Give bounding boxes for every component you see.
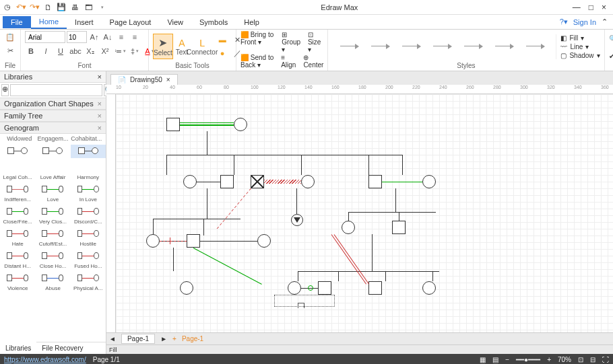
style-arrow-3[interactable] [402,42,421,50]
select-tool-button[interactable]: ➤Select [153,34,173,59]
stencil-shape[interactable]: Indifferen... [0,183,35,203]
page-add-icon[interactable]: + [172,335,176,342]
stencil-shape[interactable]: Hate [0,227,35,247]
connector-tool-button[interactable]: ᒪConnector [191,34,214,59]
zoom-slider[interactable]: ━━●━━━ [516,356,540,363]
fit-width-icon[interactable]: ⊟ [590,356,595,363]
shape-rect-icon[interactable]: ▬ [216,34,228,46]
stencil-shape[interactable]: Very Clos... [35,205,70,225]
tab-file-recovery[interactable]: File Recovery [36,342,88,354]
library-search-input[interactable] [10,84,102,96]
style-arrow-4[interactable] [433,42,452,50]
file-menu-button[interactable]: File [3,16,31,28]
stencil-shape[interactable]: Fused Ho... [71,250,106,269]
undo-icon[interactable]: ↶▾ [16,3,26,12]
view-mode-2[interactable]: ▤ [492,356,498,363]
stencil-shape[interactable]: Distant H... [0,250,35,269]
font-size-input[interactable] [67,31,87,43]
stencil-shape[interactable]: Discord/C... [71,205,106,225]
stencil-shape[interactable] [71,145,106,158]
superscript-icon[interactable]: X² [99,45,111,57]
italic-icon[interactable]: I [40,45,52,57]
group-button[interactable]: ⊞ Group ▾ [282,31,301,53]
stencil-shape[interactable] [0,145,35,158]
drawing-canvas[interactable] [116,94,613,332]
tab-libraries[interactable]: Libraries [0,342,36,354]
ribbon-collapse-icon[interactable]: ⌃ [602,17,608,26]
tab-view[interactable]: View [159,16,191,28]
stencil-family-tree[interactable]: Family Tree× [0,110,106,122]
page-nav-next[interactable]: ► [160,335,167,342]
stencil-shape[interactable] [35,145,70,158]
linespacing-icon[interactable]: ‡ [129,45,141,57]
page-tab-2[interactable]: Page-1 [182,335,203,342]
stencil-shape[interactable]: Cutoff/Est... [35,227,70,247]
subscript-icon[interactable]: X₂ [84,45,96,57]
style-arrow-5[interactable] [464,42,483,50]
line-button[interactable]: 〰 Line ▾ [560,43,600,50]
stencil-add-icon[interactable]: ⊕ [1,84,9,96]
fit-page-icon[interactable]: ⊡ [578,356,583,363]
save-icon[interactable]: 💾 [57,3,66,12]
size-button[interactable]: ⊡ Size ▾ [308,31,323,53]
cut-icon[interactable]: ✂ [4,44,16,57]
style-arrow-1[interactable] [340,42,359,50]
shape-circle-icon[interactable]: ● [216,47,228,59]
bold-icon[interactable]: B [25,45,37,57]
fill-button[interactable]: ◧ Fill ▾ [560,34,600,42]
font-shrink-icon[interactable]: A↓ [102,31,114,43]
spell-check-button[interactable]: ✔ Spelling Check [609,48,613,63]
tab-page-layout[interactable]: Page Layout [102,16,160,28]
style-arrow-6[interactable] [495,42,514,50]
page-nav-prev[interactable]: ◄ [109,335,116,342]
minimize-button[interactable]: — [573,3,581,12]
stencil-shape[interactable]: Close Ho... [35,250,70,269]
font-grow-icon[interactable]: A↑ [88,31,100,43]
stencil-org-chart[interactable]: Organization Chart Shapes× [0,98,106,110]
status-url[interactable]: https://www.edrawsoft.com/ [4,356,86,363]
underline-icon[interactable]: U [55,45,67,57]
paste-icon[interactable]: 📋 [4,31,16,43]
style-arrow-2[interactable] [371,42,390,50]
stencil-shape[interactable]: In Love [71,183,106,203]
signin-link[interactable]: Sign In [573,18,596,26]
bring-front-button[interactable]: 🟧 Bring to Front ▾ [240,31,275,53]
stencil-shape[interactable]: Harmony [71,161,106,180]
zoom-out-icon[interactable]: − [505,356,509,363]
tab-symbols[interactable]: Symbols [191,16,236,28]
maximize-button[interactable]: □ [589,3,593,12]
view-mode-1[interactable]: ▦ [480,356,486,363]
page-tab-1[interactable]: Page-1 [121,334,155,344]
stencil-shape[interactable]: Love Affair [35,161,70,180]
fullscreen-icon[interactable]: ⛶ [602,356,609,363]
document-tab[interactable]: 📄 Drawing50 × [110,74,178,85]
new-icon[interactable]: 🗋 [43,3,53,12]
tab-help[interactable]: Help [236,16,267,28]
help-icon[interactable]: ?▾ [560,17,568,26]
font-name-input[interactable] [25,31,65,43]
stencil-shape[interactable]: Close/Frie... [0,205,35,225]
stencil-shape[interactable]: Legal Coh... [0,161,35,180]
print-icon[interactable]: 🖶 [70,3,79,12]
stencil-genogram[interactable]: Genogram× [0,122,106,134]
close-button[interactable]: × [602,3,606,12]
shadow-button[interactable]: ▢ Shadow ▾ [560,52,600,59]
strike-icon[interactable]: abc [69,45,82,57]
style-arrow-7[interactable] [526,42,545,50]
zoom-in-icon[interactable]: + [547,356,551,363]
bullets-icon[interactable]: ≔ [114,45,126,57]
tab-close-icon[interactable]: × [166,76,170,83]
stencil-shape[interactable]: Abuse [35,272,70,291]
qat-more-icon[interactable] [97,3,106,12]
find-replace-button[interactable]: 🔍 Find & Replace [609,31,613,46]
connector-styles-gallery[interactable] [332,42,553,50]
preview-icon[interactable]: 🗔 [84,3,93,12]
redo-icon[interactable]: ↷▾ [30,3,39,12]
tab-home[interactable]: Home [31,15,67,29]
stencil-shape[interactable]: Violence [0,272,35,291]
align-center-icon[interactable]: ≡ [129,31,141,43]
stencil-shape[interactable]: Love [35,183,70,203]
tab-insert[interactable]: Insert [67,16,102,28]
libraries-close-icon[interactable]: × [98,73,102,81]
stencil-shape[interactable]: Hostile [71,227,106,247]
